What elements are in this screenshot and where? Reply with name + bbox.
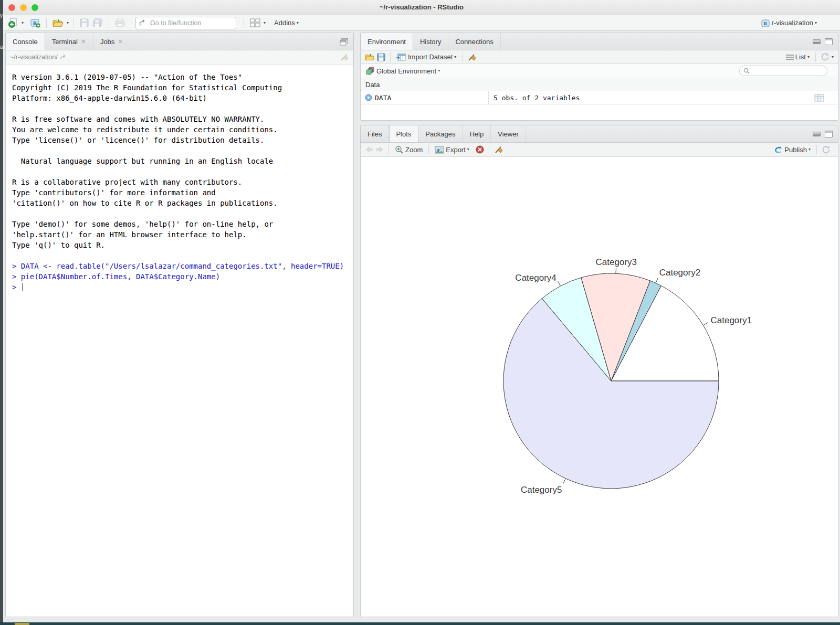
export-plot-button[interactable]: Export ▾	[434, 145, 470, 155]
toolbar-separator	[74, 18, 74, 28]
new-file-icon	[8, 18, 18, 28]
zoom-plot-button[interactable]: Zoom	[394, 144, 424, 155]
refresh-environment-caret[interactable]: ▾	[832, 55, 834, 59]
save-all-button[interactable]	[92, 17, 104, 28]
desktop-edge-letter-y: y	[0, 13, 3, 18]
previous-plot-icon[interactable]	[365, 146, 373, 153]
maximize-pane-icon[interactable]	[825, 131, 833, 137]
clear-environment-broom-icon[interactable]	[467, 52, 477, 62]
goto-file-input[interactable]	[149, 19, 225, 27]
restore-panes-icon[interactable]	[340, 38, 348, 46]
addins-caret: ▾	[297, 21, 299, 25]
goto-directory-icon[interactable]	[60, 54, 67, 60]
new-project-button[interactable]: R	[29, 17, 41, 29]
toolbar-separator	[462, 52, 463, 62]
maximize-pane-icon[interactable]	[825, 38, 833, 45]
pie-label-tick	[558, 281, 561, 286]
list-view-icon	[786, 54, 794, 60]
column-divider[interactable]	[488, 91, 489, 104]
clear-plots-broom-icon[interactable]	[494, 145, 503, 154]
tab-plots[interactable]: Plots	[389, 125, 418, 142]
tab-files[interactable]: Files	[361, 125, 389, 142]
tab-viewer[interactable]: Viewer	[491, 125, 526, 142]
console-tabbar: Console Terminal× Jobs×	[6, 33, 353, 50]
view-mode-caret: ▾	[807, 55, 810, 59]
tab-history[interactable]: History	[413, 33, 448, 50]
tab-connections[interactable]: Connections	[448, 33, 500, 50]
tab-help[interactable]: Help	[463, 125, 491, 142]
minimize-pane-icon[interactable]	[813, 132, 821, 136]
import-dataset-button[interactable]: Import Dataset ▾	[395, 52, 457, 62]
data-section-label: Data	[365, 81, 380, 89]
rstudio-window: ~/r-visualization - RStudio ▾ R ▾	[3, 0, 840, 622]
load-workspace-folder-icon[interactable]	[365, 53, 375, 61]
tab-packages[interactable]: Packages	[418, 125, 463, 142]
tab-console[interactable]: Console	[6, 33, 45, 50]
workspace-panes-caret[interactable]: ▾	[264, 21, 266, 25]
close-terminal-icon[interactable]: ×	[81, 38, 86, 45]
new-file-button[interactable]	[7, 17, 19, 29]
data-section-header: Data	[361, 78, 838, 91]
console-header: ~/r-visualization/	[6, 50, 353, 65]
zoom-magnifier-icon	[395, 145, 404, 154]
console-body[interactable]: R version 3.6.1 (2019-07-05) -- "Action …	[6, 65, 353, 617]
desktop-bottom-edge	[0, 622, 840, 625]
tab-environment[interactable]: Environment	[361, 33, 413, 50]
addins-button[interactable]: Addins ▾	[273, 18, 300, 28]
project-cube-icon: R	[761, 18, 770, 28]
environment-search-input[interactable]	[752, 67, 823, 75]
text-cursor	[22, 283, 23, 291]
project-menu-caret: ▾	[815, 21, 817, 25]
toolbar-separator	[815, 52, 816, 62]
desktop-edge-letter-a: a	[0, 44, 3, 50]
console-prompt: >	[12, 283, 16, 291]
environment-object-row[interactable]: DATA 5 obs. of 2 variables	[361, 91, 838, 105]
print-button[interactable]	[114, 17, 126, 28]
tab-terminal[interactable]: Terminal×	[45, 33, 93, 50]
workspace-panes-button[interactable]	[249, 17, 261, 28]
open-file-caret[interactable]: ▾	[67, 21, 69, 25]
new-project-icon: R	[30, 18, 40, 28]
plots-toolbar: Zoom Export ▾ Publish ▾	[361, 143, 838, 157]
next-plot-icon[interactable]	[375, 146, 384, 153]
pie-label-category2: Category2	[659, 268, 700, 278]
main-toolbar: ▾ R ▾ ▾ Addins ▾	[3, 15, 840, 31]
console-commands: > DATA <- read.table("/Users/lsalazar/co…	[12, 261, 353, 282]
tab-jobs[interactable]: Jobs×	[93, 33, 131, 50]
project-menu-button[interactable]: R r-visualization ▾	[760, 17, 818, 29]
minimize-pane-icon[interactable]	[813, 39, 821, 44]
save-workspace-icon[interactable]	[377, 53, 385, 61]
export-image-icon	[435, 146, 444, 154]
environment-scope-label: Global Environment	[376, 67, 436, 75]
clear-console-broom-icon[interactable]	[340, 52, 349, 62]
plots-pane: Files Plots Packages Help Viewer Zoom Ex…	[360, 125, 838, 617]
export-plot-caret: ▾	[467, 147, 469, 152]
remove-plot-icon[interactable]	[476, 145, 484, 154]
environment-view-button[interactable]: List ▾	[785, 52, 811, 62]
console-startup-text: R version 3.6.1 (2019-07-05) -- "Action …	[12, 72, 353, 250]
environment-scope-button[interactable]: Global Environment ▾	[365, 66, 441, 76]
desktop-bottom-accent	[15, 623, 29, 625]
project-name-label: r-visualization	[772, 19, 813, 27]
toolbar-separator	[390, 52, 391, 62]
view-mode-label: List	[795, 53, 806, 61]
refresh-environment-icon[interactable]	[821, 52, 830, 61]
save-button[interactable]	[79, 17, 90, 28]
expand-object-icon[interactable]	[365, 94, 372, 101]
titlebar: ~/r-visualization - RStudio	[3, 0, 840, 15]
environment-toolbar: Import Dataset ▾ List ▾ ▾	[361, 50, 838, 64]
view-table-icon[interactable]	[814, 94, 824, 102]
new-file-caret[interactable]: ▾	[22, 21, 24, 25]
publish-plot-button[interactable]: Publish ▾	[773, 144, 812, 155]
refresh-plot-icon[interactable]	[822, 145, 831, 154]
open-file-button[interactable]	[51, 17, 65, 29]
object-summary: 5 obs. of 2 variables	[494, 94, 580, 102]
save-icon	[80, 18, 89, 27]
search-icon	[743, 68, 750, 74]
close-jobs-icon[interactable]: ×	[118, 38, 123, 45]
toolbar-separator	[489, 145, 489, 154]
toolbar-separator	[816, 145, 817, 154]
console-prompt-line[interactable]: >	[12, 282, 353, 292]
pie-label-category3: Category3	[595, 257, 636, 267]
toolbar-separator	[109, 18, 109, 28]
